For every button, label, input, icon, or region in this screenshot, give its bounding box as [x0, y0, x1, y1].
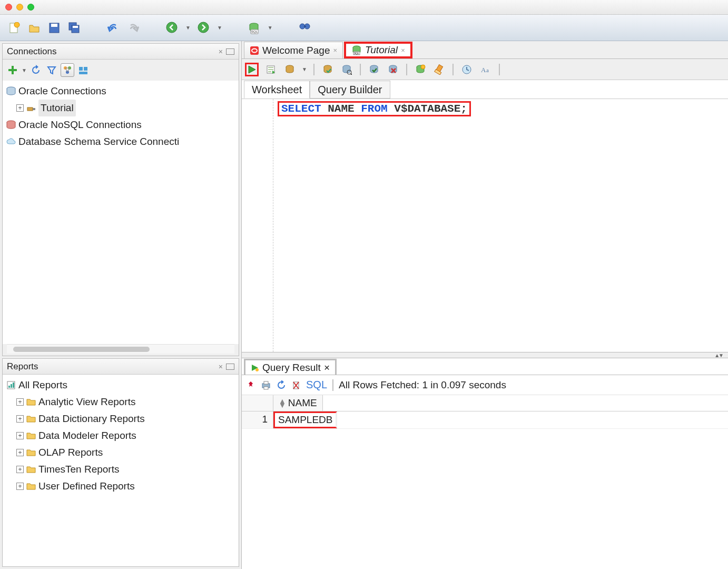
tab-close-icon[interactable]: × — [401, 46, 405, 54]
run-script-button[interactable] — [264, 63, 278, 76]
svg-rect-28 — [8, 386, 10, 388]
subtab-query-builder[interactable]: Query Builder — [310, 81, 390, 99]
expand-toggle-icon[interactable]: + — [16, 415, 24, 423]
tab-close-icon[interactable]: × — [324, 362, 330, 374]
save-all-button[interactable] — [67, 21, 81, 35]
sql-history-button[interactable] — [460, 63, 474, 76]
minimize-window-button[interactable] — [16, 4, 23, 11]
tree-node-dictionary[interactable]: + Data Dictionary Reports — [4, 410, 238, 427]
col-header-name[interactable]: ▲▼ NAME — [273, 395, 323, 411]
tree-node-oracle-connections[interactable]: Oracle Connections — [4, 83, 238, 100]
connections-toolbar: ▼ — [3, 60, 239, 81]
svg-rect-20 — [79, 67, 83, 71]
to-upper-lower-button[interactable]: Aa — [479, 63, 493, 76]
connections-hscrollbar[interactable] — [7, 344, 234, 354]
tree-node-userdef[interactable]: + User Defined Reports — [4, 478, 238, 495]
tree-node-tutorial[interactable]: + Tutorial — [4, 100, 238, 116]
run-result-icon — [251, 364, 259, 372]
folder-icon — [26, 447, 36, 458]
redo-button[interactable] — [126, 21, 140, 35]
expand-toggle-icon[interactable]: + — [16, 449, 24, 456]
filter-connections-button[interactable] — [45, 63, 58, 77]
svg-rect-52 — [264, 381, 268, 384]
connections-close-icon[interactable]: × — [215, 47, 226, 56]
unshared-worksheet-button[interactable] — [414, 63, 427, 76]
refresh-result-icon[interactable] — [277, 380, 286, 390]
sql-editor[interactable]: SELECT NAME FROM V$DATABASE; — [242, 99, 728, 352]
sql-tuning-button[interactable] — [340, 63, 353, 76]
sql-link[interactable]: SQL — [306, 379, 327, 391]
row-number: 1 — [242, 411, 273, 428]
reports-minimize-icon[interactable] — [226, 364, 234, 370]
expand-toggle-icon[interactable]: + — [16, 483, 24, 490]
folder-icon — [26, 430, 36, 441]
tree-node-timesten[interactable]: + TimesTen Reports — [4, 461, 238, 478]
tree-node-schema-service[interactable]: Database Schema Service Connecti — [4, 133, 238, 150]
horizontal-splitter[interactable]: ▲▼ — [242, 352, 728, 358]
result-row[interactable]: 1 SAMPLEDB — [242, 411, 728, 429]
close-window-button[interactable] — [5, 4, 12, 11]
svg-point-44 — [421, 65, 425, 69]
main-toolbar: ▼ ▼ SQL ▼ — [0, 15, 728, 41]
tab-query-result[interactable]: Query Result × — [244, 359, 337, 375]
new-connection-button[interactable] — [6, 63, 19, 77]
tree-node-nosql[interactable]: Oracle NoSQL Connections — [4, 116, 238, 133]
pin-icon[interactable] — [246, 380, 255, 390]
cell-name: SAMPLEDB — [273, 411, 337, 428]
nav-forward-button[interactable] — [197, 21, 211, 35]
tree-node-modeler[interactable]: + Data Modeler Reports — [4, 427, 238, 444]
delete-result-icon[interactable] — [291, 380, 301, 390]
editor-tabs: Welcome Page × SQL Tutorial × — [242, 41, 728, 59]
commit-button[interactable] — [367, 63, 381, 76]
connections-minimize-icon[interactable] — [226, 48, 234, 55]
window-controls — [5, 4, 34, 11]
svg-rect-24 — [27, 107, 33, 111]
save-button[interactable] — [47, 21, 61, 35]
clear-button[interactable] — [432, 63, 446, 76]
run-statement-button[interactable] — [245, 63, 259, 76]
explain-plan-button[interactable] — [283, 63, 297, 76]
cloud-icon — [6, 136, 16, 147]
new-file-button[interactable] — [7, 21, 21, 35]
tree-node-all-reports[interactable]: All Reports — [4, 377, 238, 394]
tab-tutorial[interactable]: SQL Tutorial × — [344, 42, 412, 58]
autotrace-button[interactable] — [321, 63, 335, 76]
col-header-rownum[interactable] — [242, 395, 273, 411]
reports-close-icon[interactable]: × — [215, 362, 226, 371]
find-button[interactable] — [298, 21, 312, 35]
tns-button[interactable] — [61, 63, 74, 77]
tree-node-analytic[interactable]: + Analytic View Reports — [4, 394, 238, 410]
result-grid[interactable]: ▲▼ NAME 1 SAMPLEDB — [242, 395, 728, 429]
undo-button[interactable] — [106, 21, 120, 35]
expand-toggle-icon[interactable]: + — [16, 398, 24, 406]
nav-back-button[interactable] — [165, 21, 179, 35]
folder-icon — [26, 464, 36, 475]
print-icon[interactable] — [261, 380, 271, 390]
tab-welcome[interactable]: Welcome Page × — [244, 42, 343, 58]
tree-label: Analytic View Reports — [38, 394, 135, 410]
connections-tree[interactable]: Oracle Connections + Tutorial Oracle N — [3, 81, 239, 152]
sort-icon[interactable]: ▲▼ — [279, 399, 286, 407]
svg-rect-16 — [8, 69, 17, 71]
tree-node-olap[interactable]: + OLAP Reports — [4, 444, 238, 461]
expand-toggle-icon[interactable]: + — [16, 466, 24, 473]
connection-plug-icon — [26, 103, 36, 113]
tab-label: Welcome Page — [262, 45, 330, 56]
report-icon — [6, 380, 16, 390]
subtab-worksheet[interactable]: Worksheet — [244, 81, 310, 99]
reports-tree[interactable]: All Reports + Analytic View Reports + Da… — [3, 375, 239, 497]
tab-close-icon[interactable]: × — [333, 46, 338, 54]
titlebar: Oracle SQL Developer : Tutorial — [0, 0, 728, 15]
result-tabs: Query Result × — [242, 358, 728, 375]
sql-worksheet-button[interactable]: SQL — [248, 21, 261, 35]
zoom-window-button[interactable] — [27, 4, 34, 11]
expand-toggle-icon[interactable]: + — [16, 104, 24, 112]
svg-rect-29 — [11, 384, 12, 388]
rollback-button[interactable] — [386, 63, 400, 76]
open-file-button[interactable] — [27, 21, 41, 35]
color-button[interactable] — [76, 63, 90, 77]
refresh-connections-button[interactable] — [29, 63, 43, 77]
reports-panel: Reports × All Reports + Anal — [2, 358, 239, 567]
expand-toggle-icon[interactable]: + — [16, 432, 24, 439]
svg-point-8 — [198, 22, 209, 33]
